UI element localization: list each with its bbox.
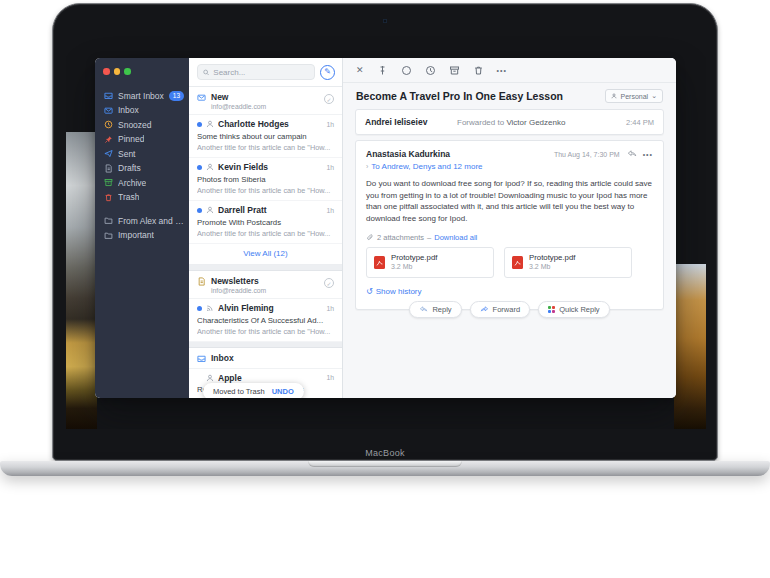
collapsed-sender: Andrei Ieliseiev [365, 117, 451, 127]
attachment-card[interactable]: Prototype.pdf 3.2 Mb [366, 247, 494, 277]
sidebar-item-inbox[interactable]: Inbox [95, 103, 189, 118]
group-title: Newsletters [211, 276, 266, 286]
reply-icon[interactable] [627, 149, 637, 159]
attachment-card[interactable]: Prototype.pdf 3.2 Mb [504, 247, 632, 277]
forward-note: Forwarded to [457, 118, 504, 127]
search-row: ✎ [189, 58, 342, 87]
newsletter-icon [197, 277, 206, 286]
unread-dot [197, 208, 202, 213]
more-icon[interactable]: ••• [497, 67, 507, 74]
rss-icon [206, 304, 214, 312]
sidebar-item-smart-inbox[interactable]: Smart Inbox 13 [95, 89, 189, 104]
sidebar-item-sent[interactable]: Sent [95, 147, 189, 162]
list-item[interactable]: Kevin Fields 1h Photos from Siberia Anot… [189, 158, 342, 201]
sidebar-item-pinned[interactable]: Pinned [95, 132, 189, 147]
search-icon [203, 69, 209, 76]
person-icon [611, 93, 617, 99]
message-more-icon[interactable]: ••• [643, 151, 653, 158]
list-item[interactable]: Darrell Pratt 1h Promote With Postcards … [189, 201, 342, 244]
search-input[interactable] [213, 68, 309, 77]
close-window-button[interactable] [103, 68, 110, 75]
sidebar-item-snoozed[interactable]: Snoozed [95, 118, 189, 133]
wallpaper-trees [674, 264, 706, 429]
mail-preview: Another title for this article can be "H… [197, 186, 334, 195]
mail-preview: Another title for this article can be "H… [197, 327, 334, 336]
mail-subject: Photos from Siberia [197, 175, 334, 184]
sidebar-item-label: Snoozed [118, 120, 152, 130]
macbook-lid: Smart Inbox 13 Inbox Snoozed [52, 3, 718, 461]
sidebar-folder-important[interactable]: Important [95, 228, 189, 243]
open-message-card: Anastasia Kadurkina Thu Aug 14, 7:30 PM … [355, 140, 664, 310]
subject-row: Become A Travel Pro In One Easy Lesson P… [343, 83, 676, 109]
trash-icon[interactable] [473, 65, 484, 76]
send-icon [104, 149, 113, 158]
spark-app-window: Smart Inbox 13 Inbox Snoozed [95, 58, 676, 398]
undo-button[interactable]: UNDO [272, 387, 294, 396]
forward-button[interactable]: Forward [470, 301, 531, 318]
group-header-new[interactable]: New info@readdle.com ✓ [189, 87, 342, 115]
chevron-down-icon: ⌄ [651, 92, 657, 100]
archive-icon[interactable] [449, 65, 460, 76]
list-item[interactable]: Charlotte Hodges 1h Some thinks about ou… [189, 115, 342, 158]
message-date: Thu Aug 14, 7:30 PM [554, 151, 620, 158]
sidebar: Smart Inbox 13 Inbox Snoozed [95, 58, 189, 398]
sidebar-item-trash[interactable]: Trash [95, 190, 189, 205]
group-header-inbox[interactable]: Inbox [189, 348, 342, 368]
sidebar-item-label: Inbox [118, 105, 139, 115]
select-all-button[interactable]: ✓ [324, 94, 334, 104]
collapsed-time: 2:44 PM [626, 118, 654, 127]
reply-button[interactable]: Reply [409, 301, 461, 318]
account-selector[interactable]: Personal ⌄ [605, 89, 663, 103]
sidebar-nav: Smart Inbox 13 Inbox Snoozed [95, 89, 189, 243]
sidebar-item-label: Sent [118, 149, 136, 159]
history-icon: ↺ [366, 287, 373, 296]
view-all-link[interactable]: View All (12) [189, 244, 342, 265]
account-name: Personal [620, 93, 648, 100]
group-subtitle: info@readdle.com [211, 103, 266, 110]
smart-inbox-icon [104, 91, 113, 100]
message-toolbar: ✕ ••• [343, 58, 676, 83]
mail-sender: Alvin Fleming [218, 303, 322, 313]
attachment-name: Prototype.pdf [529, 253, 575, 263]
search-box[interactable] [197, 64, 315, 80]
select-all-button[interactable]: ✓ [324, 278, 334, 288]
pdf-file-icon [374, 256, 385, 269]
message-detail-pane: ✕ ••• Become A Travel Pro In One Easy Le… [343, 58, 676, 398]
quick-reply-icon [548, 306, 555, 313]
inbox-icon [197, 354, 206, 363]
mail-time: 1h [326, 164, 334, 171]
sidebar-item-archive[interactable]: Archive [95, 176, 189, 191]
toast-message: Moved to Trash [213, 387, 265, 396]
snooze-clock-icon[interactable] [425, 65, 436, 76]
show-history-link[interactable]: ↺ Show history [366, 287, 653, 296]
compose-button[interactable]: ✎ [320, 65, 335, 80]
download-all-link[interactable]: Download all [434, 233, 477, 242]
folder-icon [104, 216, 113, 225]
list-item[interactable]: Alvin Fleming 1h Characteristics Of A Su… [189, 299, 342, 342]
minimize-window-button[interactable] [114, 68, 121, 75]
collapsed-message-row[interactable]: Andrei Ieliseiev Forwarded to Victor Ged… [355, 109, 664, 135]
sidebar-item-label: From Alex and Jim [118, 216, 184, 226]
message-sender: Anastasia Kadurkina [366, 149, 554, 159]
circle-status-icon[interactable] [401, 65, 412, 76]
quick-reply-button[interactable]: Quick Reply [538, 301, 609, 318]
mail-time: 1h [326, 305, 334, 312]
clock-icon [104, 120, 113, 129]
forward-arrow-icon [480, 306, 489, 313]
close-icon[interactable]: ✕ [356, 66, 364, 75]
sidebar-item-drafts[interactable]: Drafts [95, 161, 189, 176]
check-icon: ✓ [326, 96, 331, 103]
attachment-name: Prototype.pdf [391, 253, 437, 263]
mail-sender: Apple [218, 373, 322, 383]
pin-icon[interactable] [377, 65, 388, 76]
macbook-base [0, 461, 770, 476]
sidebar-folder-from-alex-and-jim[interactable]: From Alex and Jim [95, 214, 189, 229]
mail-subject: Some thinks about our campain [197, 132, 334, 141]
recipients-link[interactable]: To Andrew, Denys and 12 more [371, 162, 482, 171]
group-header-newsletters[interactable]: Newsletters info@readdle.com ✓ [189, 271, 342, 299]
mail-subject: Promote With Postcards [197, 218, 334, 227]
wallpaper-mountain [66, 132, 97, 429]
macbook-camera [383, 19, 387, 23]
paperclip-icon [366, 234, 374, 242]
zoom-window-button[interactable] [124, 68, 131, 75]
